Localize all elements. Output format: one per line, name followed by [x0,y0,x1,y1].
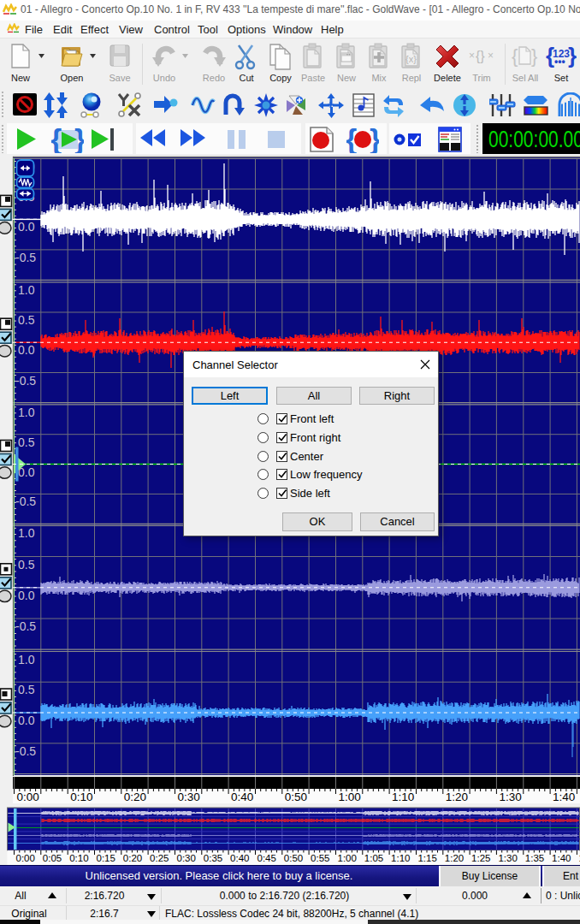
svg-text:0:50: 0:50 [285,791,307,803]
svg-text:1.0: 1.0 [18,406,35,419]
svg-text:0:00: 0:00 [16,853,35,863]
svg-text:1.0: 1.0 [18,283,35,297]
svg-text:0:10: 0:10 [70,791,92,803]
svg-text:0.0: 0.0 [18,714,35,727]
svg-text:1:30: 1:30 [498,853,517,863]
svg-text:0:50: 0:50 [284,853,303,863]
svg-text:0.5: 0.5 [18,313,35,327]
svg-text:-0.5: -0.5 [15,495,36,508]
svg-text:{: { [51,126,62,153]
svg-text:-0.5: -0.5 [15,744,36,758]
svg-text:0.5: 0.5 [18,683,35,696]
svg-text:{x}: {x} [405,54,417,64]
svg-text:0:00: 0:00 [17,791,39,803]
svg-text:0:20: 0:20 [124,791,146,803]
svg-text:1:00: 1:00 [338,853,357,863]
svg-text:{: { [512,45,518,67]
svg-text:×: × [488,50,494,62]
svg-text:1:10: 1:10 [392,791,414,803]
svg-text:0.0: 0.0 [18,343,35,357]
svg-text:0:20: 0:20 [123,853,142,863]
svg-text:1:20: 1:20 [446,791,468,803]
svg-text:1:40: 1:40 [553,791,575,803]
svg-text:}: } [531,45,537,67]
svg-text:1:00: 1:00 [339,791,361,803]
svg-text:}: } [568,43,577,68]
svg-text:×: × [469,50,475,62]
svg-text:0:55: 0:55 [311,853,329,863]
svg-text:1.0: 1.0 [18,653,35,666]
svg-text:1:15: 1:15 [417,853,436,863]
svg-text:0:30: 0:30 [178,791,200,803]
svg-text:1:30: 1:30 [499,791,521,803]
svg-text:1:25: 1:25 [471,853,490,863]
svg-text:0.0: 0.0 [18,589,35,602]
svg-text:0.5: 0.5 [18,558,35,572]
svg-text:1:20: 1:20 [445,853,464,863]
svg-text:1:05: 1:05 [364,853,383,863]
svg-text:1:40: 1:40 [552,853,571,863]
svg-text:0.0: 0.0 [18,220,35,234]
svg-text:0:15: 0:15 [97,853,115,863]
svg-text:0:10: 0:10 [69,853,88,863]
svg-text:0:45: 0:45 [257,853,276,863]
svg-text:•••: ••• [554,56,565,68]
svg-text:-0.5: -0.5 [15,251,36,264]
svg-text:1:10: 1:10 [391,853,410,863]
svg-text:0:40: 0:40 [231,791,253,803]
svg-text:1:35: 1:35 [525,853,544,863]
svg-text:0:30: 0:30 [177,853,196,863]
svg-text:-0.5: -0.5 [15,619,36,633]
svg-text:0:35: 0:35 [204,853,222,863]
svg-text:0:40: 0:40 [230,853,249,863]
svg-text:1.0: 1.0 [18,526,35,540]
svg-text:0:25: 0:25 [150,853,169,863]
svg-text:0:05: 0:05 [43,853,62,863]
svg-text:0.5: 0.5 [18,435,35,449]
svg-text:{}: {} [476,49,485,63]
svg-text:-0.5: -0.5 [15,374,36,388]
